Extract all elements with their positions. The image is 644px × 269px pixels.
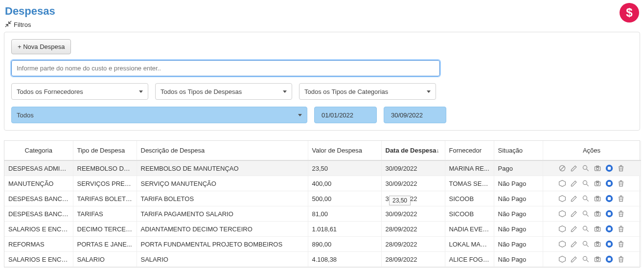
col-data-label: Data de Despesa <box>386 147 437 154</box>
edit-icon[interactable] <box>570 179 578 188</box>
table-row[interactable]: REFORMASPORTAS E JANE...PORTA FUNDAMENTA… <box>4 237 641 252</box>
table-row[interactable]: SALARIOS E ENCA...SALARIOSALARIO4.108,38… <box>4 252 641 267</box>
table-row[interactable]: DESPESAS ADMINI...REEMBOLSO DE...REEMBOL… <box>4 160 641 176</box>
select-situacao[interactable]: Todos <box>11 107 307 123</box>
trash-icon[interactable] <box>617 240 625 248</box>
cell-tipo: TARIFAS <box>73 206 137 222</box>
tag-icon[interactable] <box>558 194 567 203</box>
share-icon[interactable] <box>605 164 614 173</box>
col-data[interactable]: Data de Despesa↓ <box>381 141 445 160</box>
table-row[interactable]: SALARIOS E ENCA...DECIMO TERCEI...ADIANT… <box>4 222 641 237</box>
trash-icon[interactable] <box>617 224 625 233</box>
dollar-badge-icon[interactable]: $ <box>620 3 639 22</box>
cell-tipo: PORTAS E JANE... <box>73 237 137 252</box>
camera-icon[interactable] <box>593 224 602 233</box>
edit-icon[interactable] <box>570 224 578 233</box>
cell-situacao: Pago <box>494 160 543 176</box>
edit-icon[interactable] <box>570 194 578 203</box>
svg-rect-22 <box>608 197 611 200</box>
cell-fornecedor: ALICE FOGA... <box>445 252 494 267</box>
cell-fornecedor: SICOOB <box>445 206 494 222</box>
svg-line-3 <box>587 169 589 171</box>
table-row[interactable]: DESPESAS BANCÁ...TARIFAS BOLETOSTARIFA B… <box>4 191 641 206</box>
edit-icon[interactable] <box>570 255 578 264</box>
share-icon[interactable] <box>605 179 614 188</box>
col-categoria[interactable]: Categoria <box>4 141 73 160</box>
tooltip-value: 23,50 <box>389 196 411 205</box>
svg-point-33 <box>597 228 599 230</box>
tag-icon[interactable] <box>558 224 567 233</box>
camera-icon[interactable] <box>593 179 602 188</box>
view-icon[interactable] <box>581 240 590 248</box>
view-icon[interactable] <box>581 194 590 203</box>
tag-icon[interactable] <box>558 255 567 264</box>
trash-icon[interactable] <box>617 255 625 264</box>
tag-icon[interactable] <box>558 209 567 218</box>
edit-icon[interactable] <box>570 209 578 218</box>
share-icon[interactable] <box>605 224 614 233</box>
expenses-table: Categoria Tipo de Despesa Descrição de D… <box>4 140 640 268</box>
view-icon[interactable] <box>581 224 590 233</box>
trash-icon[interactable] <box>617 194 625 203</box>
cell-tipo: SERVIÇOS PRES... <box>73 176 137 191</box>
edit-icon[interactable] <box>570 164 578 173</box>
edit-icon[interactable] <box>570 240 578 248</box>
camera-icon[interactable] <box>593 240 602 248</box>
cell-valor: 400,00 <box>308 176 381 191</box>
select-fornecedores[interactable]: Todos os Fornecedores <box>11 83 148 100</box>
camera-icon[interactable] <box>593 164 602 173</box>
date-from-input[interactable]: 01/01/2022 <box>314 107 377 123</box>
table-row[interactable]: DESPESAS BANCÁ...TARIFASTARIFA PAGAMENTO… <box>4 206 641 222</box>
col-valor[interactable]: Valor de Despesa <box>308 141 381 160</box>
svg-point-44 <box>583 256 587 260</box>
select-situacao-value: Todos <box>17 112 34 119</box>
search-input[interactable] <box>11 60 440 76</box>
cell-categoria: DESPESAS BANCÁ... <box>4 191 73 206</box>
share-icon[interactable] <box>605 240 614 248</box>
cell-descricao: TARIFA PAGAMENTO SALARIO <box>137 206 308 222</box>
cell-tipo: DECIMO TERCEI... <box>73 222 137 237</box>
col-situacao[interactable]: Situação <box>494 141 543 160</box>
camera-icon[interactable] <box>593 255 602 264</box>
tag-icon[interactable] <box>558 179 567 188</box>
cell-descricao: SERVIÇO MANUTENÇÃO <box>137 176 308 191</box>
col-fornecedor[interactable]: Fornecedor <box>445 141 494 160</box>
cell-descricao: SALARIO <box>137 252 308 267</box>
new-expense-button[interactable]: + Nova Despesa <box>11 39 71 54</box>
col-acoes[interactable]: Ações <box>543 141 641 160</box>
select-tipos-categorias[interactable]: Todos os Tipos de Categorias <box>299 83 436 100</box>
view-icon[interactable] <box>581 209 590 218</box>
date-to-value: 30/09/2022 <box>391 112 423 119</box>
table-row[interactable]: MANUTENÇÃOSERVIÇOS PRES...SERVIÇO MANUTE… <box>4 176 641 191</box>
cell-valor: 500,00 <box>308 191 381 206</box>
share-icon[interactable] <box>605 255 614 264</box>
block-icon[interactable] <box>558 164 567 173</box>
trash-icon[interactable] <box>617 209 625 218</box>
col-descricao[interactable]: Descrição de Despesa <box>137 141 308 160</box>
cell-data: 28/09/2022 <box>381 237 445 252</box>
view-icon[interactable] <box>581 164 590 173</box>
camera-icon[interactable] <box>593 194 602 203</box>
view-icon[interactable] <box>581 255 590 264</box>
svg-point-47 <box>597 258 599 261</box>
cell-categoria: MANUTENÇÃO <box>4 176 73 191</box>
svg-rect-43 <box>608 243 611 246</box>
camera-icon[interactable] <box>593 209 602 218</box>
cell-situacao: Não Pago <box>494 191 543 206</box>
filter-panel: + Nova Despesa Todos os Fornecedores Tod… <box>4 32 640 131</box>
cell-data: 30/09/2022 <box>381 160 445 176</box>
select-fornecedores-value: Todos os Fornecedores <box>17 88 83 95</box>
trash-icon[interactable] <box>617 179 625 188</box>
trash-icon[interactable] <box>617 164 625 173</box>
view-icon[interactable] <box>581 179 590 188</box>
chevron-down-icon <box>139 90 143 93</box>
select-tipos-despesas[interactable]: Todos os Tipos de Despesas <box>155 83 292 100</box>
col-tipo[interactable]: Tipo de Despesa <box>73 141 137 160</box>
collapse-icon[interactable] <box>5 21 12 29</box>
cell-situacao: Não Pago <box>494 176 543 191</box>
tag-icon[interactable] <box>558 240 567 248</box>
share-icon[interactable] <box>605 194 614 203</box>
date-to-input[interactable]: 30/09/2022 <box>384 107 446 123</box>
svg-point-37 <box>583 241 587 245</box>
share-icon[interactable] <box>605 209 614 218</box>
